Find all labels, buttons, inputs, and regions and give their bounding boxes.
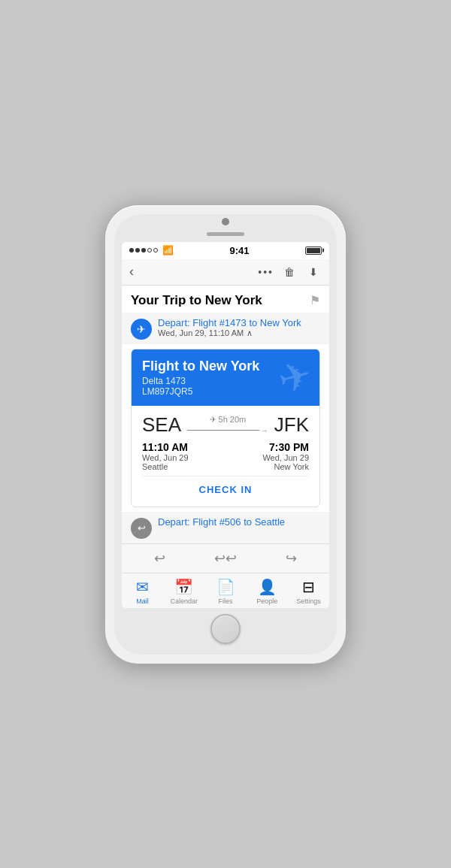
route-middle: ✈ 5h 20m → [181,415,274,434]
tab-mail-label: Mail [136,597,149,605]
route-duration: ✈ 5h 20m [210,415,247,425]
tab-bar: ✉ Mail 📅 Calendar 📄 Files 👤 People ⊟ [122,573,329,608]
flight-route: SEA ✈ 5h 20m → JFK [142,413,309,437]
files-icon: 📄 [216,578,235,596]
download-button[interactable]: ⬇ [305,264,322,280]
more-button[interactable]: ••• [258,266,274,278]
boarding-body: SEA ✈ 5h 20m → JFK [132,406,319,507]
depart-block: 11:10 AM Wed, Jun 29 Seattle [142,441,189,471]
tab-files-label: Files [219,597,233,605]
signal-dots [129,248,158,253]
flag-icon[interactable]: ⚑ [310,293,320,307]
page-header: Your Trip to New York ⚑ [122,286,329,313]
settings-icon: ⊟ [302,578,315,596]
arrive-block: 7:30 PM Wed, Jun 29 New York [262,441,309,471]
route-line: → [187,426,268,434]
tab-calendar-label: Calendar [171,597,198,605]
depart-time: 11:10 AM [142,441,189,453]
page-title: Your Trip to New York [131,293,262,308]
reply-button[interactable]: ↩ [154,550,165,567]
arrive-city: New York [274,462,309,471]
tab-people-label: People [256,597,277,605]
flight2-link[interactable]: Depart: Flight #506 to Seattle [158,516,320,528]
dot5 [153,248,158,253]
tab-settings[interactable]: ⊟ Settings [288,578,329,605]
from-airport: SEA [142,413,181,437]
tab-calendar[interactable]: 📅 Calendar [163,578,204,605]
flight2-item: ↩ Depart: Flight #506 to Seattle [122,512,329,543]
arrive-time: 7:30 PM [269,441,309,453]
camera [222,218,229,225]
boarding-card: Flight to New York Delta 1473 LM897JQR5 … [131,349,320,507]
mail-icon: ✉ [136,578,149,596]
depart-city: Seattle [142,462,189,471]
tab-people[interactable]: 👤 People [247,578,288,605]
tab-settings-label: Settings [296,597,321,605]
tab-files[interactable]: 📄 Files [204,578,246,605]
people-icon: 👤 [258,578,277,596]
reply-all-button[interactable]: ↩↩ [214,550,237,567]
arrive-date: Wed, Jun 29 [262,453,309,462]
flight1-item: ✈ Depart: Flight #1473 to New York Wed, … [122,313,329,344]
boarding-header: Flight to New York Delta 1473 LM897JQR5 … [132,349,319,406]
phone-bottom [122,614,329,644]
dot3 [141,248,146,253]
reply-bar: ↩ ↩↩ ↪ [122,543,329,573]
flight2-icon: ↩ [131,518,152,539]
tab-mail[interactable]: ✉ Mail [122,578,163,605]
flight1-info: Depart: Flight #1473 to New York Wed, Ju… [158,317,320,338]
trash-button[interactable]: 🗑 [281,264,298,280]
checkin-row: CHECK IN [142,476,309,499]
battery-icon [305,246,322,255]
dot2 [135,248,140,253]
home-button[interactable] [210,614,241,644]
flight1-icon: ✈ [131,319,152,340]
wifi-icon: 📶 [162,245,174,256]
plane-icon: ✈ [210,415,219,424]
phone-frame: 📶 9:41 ‹ ••• 🗑 ⬇ Your Trip to New Y [105,205,346,664]
nav-bar: ‹ ••• 🗑 ⬇ [122,259,329,286]
status-bar: 📶 9:41 [122,242,329,259]
flight1-link[interactable]: Depart: Flight #1473 to New York [158,317,320,328]
calendar-icon: 📅 [174,578,193,596]
flight2-info: Depart: Flight #506 to Seattle [158,516,320,528]
checkin-button[interactable]: CHECK IN [199,484,253,495]
dot4 [147,248,152,253]
flight-times: 11:10 AM Wed, Jun 29 Seattle 7:30 PM Wed… [142,441,309,471]
depart-date: Wed, Jun 29 [142,453,189,462]
forward-button[interactable]: ↪ [286,550,297,567]
dot1 [129,248,134,253]
screen: 📶 9:41 ‹ ••• 🗑 ⬇ Your Trip to New Y [122,242,329,608]
to-airport: JFK [274,413,309,437]
status-time: 9:41 [229,245,249,256]
flight1-date: Wed, Jun 29, 11:10 AM ∧ [158,328,320,338]
back-button[interactable]: ‹ [129,264,134,280]
